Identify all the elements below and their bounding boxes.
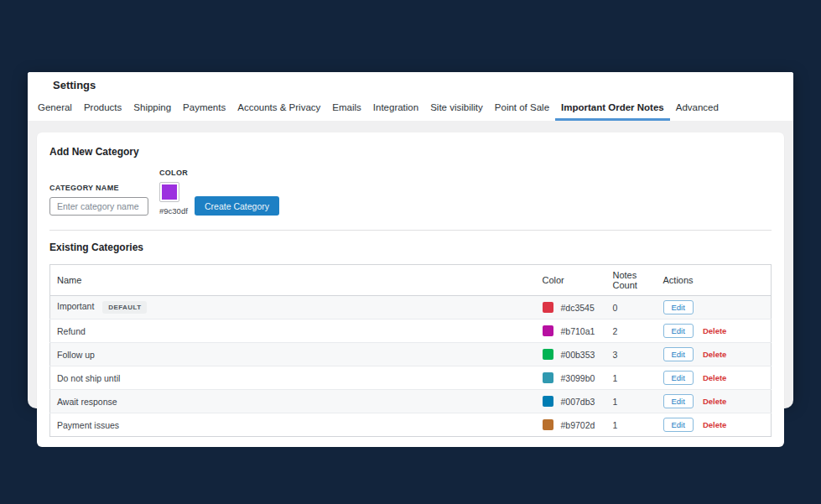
edit-button[interactable]: Edit xyxy=(663,347,694,361)
color-hex: #b710a1 xyxy=(561,326,595,336)
actions-cell: EditDelete xyxy=(657,343,772,366)
category-color-cell: #007db3 xyxy=(536,390,606,413)
add-category-heading: Add New Category xyxy=(49,146,772,158)
existing-categories-heading: Existing Categories xyxy=(49,242,772,253)
edit-button[interactable]: Edit xyxy=(663,394,694,408)
color-label: COLOR xyxy=(159,169,188,177)
table-row: Payment issues#b9702d1EditDelete xyxy=(50,413,772,437)
tab-point-of-sale[interactable]: Point of Sale xyxy=(489,99,555,121)
delete-link[interactable]: Delete xyxy=(703,420,727,429)
actions-cell: Edit xyxy=(657,296,772,320)
tab-site-visibility[interactable]: Site visibility xyxy=(424,99,489,121)
category-name: Follow up xyxy=(57,350,95,360)
category-name-cell: Payment issues xyxy=(50,413,536,437)
tab-shipping[interactable]: Shipping xyxy=(127,99,177,121)
category-color-cell: #b710a1 xyxy=(536,320,606,343)
category-color-field: COLOR #9c30df xyxy=(159,169,188,216)
edit-button[interactable]: Edit xyxy=(663,300,694,314)
tab-integration[interactable]: Integration xyxy=(367,99,424,121)
category-name: Refund xyxy=(57,326,86,336)
settings-content: Add New Category CATEGORY NAME COLOR #9c… xyxy=(28,121,793,408)
actions-cell: EditDelete xyxy=(657,413,772,437)
table-row: ImportantDEFAULT#dc35450Edit xyxy=(50,296,772,320)
category-name-input[interactable] xyxy=(49,197,148,216)
notes-count-cell: 1 xyxy=(606,366,657,390)
color-swatch xyxy=(543,302,553,313)
tab-general[interactable]: General xyxy=(32,99,78,121)
page-title: Settings xyxy=(28,72,793,99)
category-name-cell: Do not ship until xyxy=(50,366,536,390)
table-row: Refund#b710a12EditDelete xyxy=(50,320,772,343)
notes-count-cell: 2 xyxy=(606,320,657,343)
category-color-cell: #dc3545 xyxy=(536,296,606,320)
actions-cell: EditDelete xyxy=(657,320,772,343)
settings-tabs: GeneralProductsShippingPaymentsAccounts … xyxy=(28,99,793,121)
tab-advanced[interactable]: Advanced xyxy=(670,99,725,121)
color-hex-value: #9c30df xyxy=(159,206,188,216)
color-picker-swatch[interactable] xyxy=(159,182,179,202)
category-name-cell: Follow up xyxy=(50,343,536,366)
tab-accounts-privacy[interactable]: Accounts & Privacy xyxy=(231,99,326,121)
add-category-section: Add New Category CATEGORY NAME COLOR #9c… xyxy=(49,146,772,216)
category-name-label: CATEGORY NAME xyxy=(49,184,148,192)
add-category-form: CATEGORY NAME COLOR #9c30df Create Categ… xyxy=(49,169,772,216)
column-header-color: Color xyxy=(536,265,606,296)
tab-emails[interactable]: Emails xyxy=(326,99,367,121)
column-header-actions: Actions xyxy=(657,265,772,296)
color-hex: #b9702d xyxy=(561,420,595,430)
color-swatch xyxy=(543,325,553,336)
notes-count-cell: 0 xyxy=(606,296,657,320)
category-color-cell: #b9702d xyxy=(536,413,606,437)
color-hex: #00b353 xyxy=(561,350,595,360)
color-hex: #dc3545 xyxy=(561,303,595,313)
category-settings-card: Add New Category CATEGORY NAME COLOR #9c… xyxy=(37,132,784,447)
color-hex: #3099b0 xyxy=(561,373,595,383)
color-swatch xyxy=(543,372,553,383)
actions-cell: EditDelete xyxy=(657,390,772,413)
create-category-button[interactable]: Create Category xyxy=(195,196,279,216)
delete-link[interactable]: Delete xyxy=(703,350,727,359)
column-header-name: Name xyxy=(50,265,536,296)
delete-link[interactable]: Delete xyxy=(703,326,727,335)
category-name-cell: Refund xyxy=(50,320,536,343)
category-name: Do not ship until xyxy=(57,373,120,383)
category-name-field: CATEGORY NAME xyxy=(49,184,148,216)
color-swatch xyxy=(543,419,553,430)
settings-window: Settings GeneralProductsShippingPayments… xyxy=(28,72,793,403)
notes-count-cell: 1 xyxy=(606,413,657,437)
category-name-cell: ImportantDEFAULT xyxy=(50,296,536,320)
section-divider xyxy=(49,230,772,231)
actions-cell: EditDelete xyxy=(657,366,772,390)
notes-count-cell: 3 xyxy=(606,343,657,366)
notes-count-cell: 1 xyxy=(606,390,657,413)
existing-categories-section: Existing Categories Name Color Notes Cou… xyxy=(49,242,772,437)
tab-payments[interactable]: Payments xyxy=(177,99,231,121)
default-badge: DEFAULT xyxy=(102,301,147,314)
tab-important-order-notes[interactable]: Important Order Notes xyxy=(555,99,670,121)
table-row: Do not ship until#3099b01EditDelete xyxy=(50,366,772,390)
delete-link[interactable]: Delete xyxy=(703,373,727,382)
table-row: Await response#007db31EditDelete xyxy=(50,390,772,413)
color-hex: #007db3 xyxy=(561,397,595,407)
delete-link[interactable]: Delete xyxy=(703,397,727,406)
column-header-notes-count: Notes Count xyxy=(606,265,657,296)
category-name: Payment issues xyxy=(57,420,119,430)
category-color-cell: #3099b0 xyxy=(536,366,606,390)
table-row: Follow up#00b3533EditDelete xyxy=(50,343,772,366)
page-background: { "page": { "title": "Settings" }, "tabs… xyxy=(0,0,821,504)
category-name: Await response xyxy=(57,397,117,407)
edit-button[interactable]: Edit xyxy=(663,324,694,338)
categories-table-header: Name Color Notes Count Actions xyxy=(50,265,772,296)
tab-products[interactable]: Products xyxy=(78,99,127,121)
categories-table: Name Color Notes Count Actions Important… xyxy=(49,264,772,437)
color-swatch xyxy=(543,349,553,360)
edit-button[interactable]: Edit xyxy=(663,371,694,385)
color-picker-fill xyxy=(162,184,177,200)
category-name: Important xyxy=(57,301,94,311)
category-color-cell: #00b353 xyxy=(536,343,606,366)
edit-button[interactable]: Edit xyxy=(663,418,694,432)
color-swatch xyxy=(543,396,553,407)
category-name-cell: Await response xyxy=(50,390,536,413)
settings-header: Settings GeneralProductsShippingPayments… xyxy=(28,72,793,121)
